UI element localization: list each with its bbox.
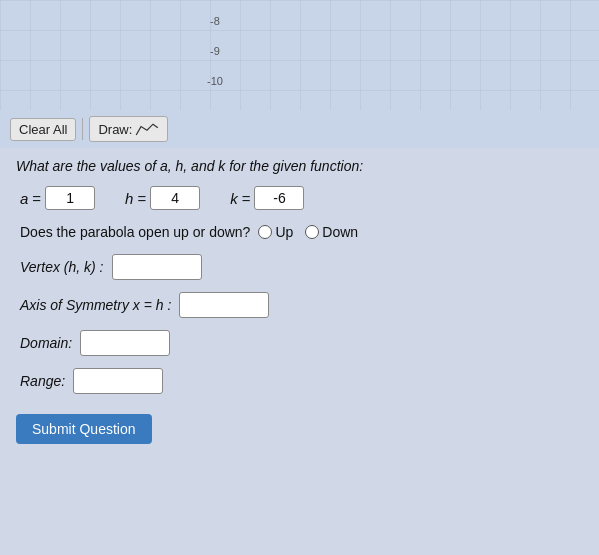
vertex-label: Vertex (h, k) :: [20, 259, 104, 275]
radio-up-option[interactable]: Up: [258, 224, 293, 240]
radio-up-label: Up: [275, 224, 293, 240]
question-text: What are the values of a, h, and k for t…: [16, 158, 583, 174]
a-group: a = 1: [20, 186, 95, 210]
graph-area: -8 -9 -10: [0, 0, 599, 110]
grid-container: -8 -9 -10: [0, 0, 599, 110]
axis-symmetry-input[interactable]: [179, 292, 269, 318]
submit-button[interactable]: Submit Question: [16, 414, 152, 444]
k-equals: =: [242, 190, 251, 207]
domain-row: Domain:: [16, 330, 583, 356]
h-value: 4: [150, 186, 200, 210]
direction-row: Does the parabola open up or down? Up Do…: [16, 224, 583, 240]
a-equals: =: [32, 190, 41, 207]
domain-label: Domain:: [20, 335, 72, 351]
axis-symmetry-label: Axis of Symmetry x = h :: [20, 297, 171, 313]
domain-input[interactable]: [80, 330, 170, 356]
range-row: Range:: [16, 368, 583, 394]
radio-down-circle[interactable]: [305, 225, 319, 239]
svg-rect-0: [0, 0, 599, 110]
draw-label: Draw:: [98, 122, 132, 137]
toolbar: Clear All Draw:: [0, 110, 599, 148]
content-area: What are the values of a, h, and k for t…: [0, 148, 599, 454]
draw-icon: [135, 120, 159, 138]
k-value: -6: [254, 186, 304, 210]
range-label: Range:: [20, 373, 65, 389]
radio-group: Up Down: [258, 224, 358, 240]
grid-svg: -8 -9 -10: [0, 0, 599, 110]
svg-text:-10: -10: [207, 75, 223, 87]
h-group: h = 4: [125, 186, 200, 210]
k-label: k: [230, 190, 238, 207]
h-equals: =: [137, 190, 146, 207]
axis-symmetry-row: Axis of Symmetry x = h :: [16, 292, 583, 318]
direction-question: Does the parabola open up or down?: [20, 224, 250, 240]
h-label: h: [125, 190, 133, 207]
vertex-row: Vertex (h, k) :: [16, 254, 583, 280]
draw-button[interactable]: Draw:: [89, 116, 168, 142]
clear-all-button[interactable]: Clear All: [10, 118, 76, 141]
svg-text:-9: -9: [210, 45, 220, 57]
radio-down-option[interactable]: Down: [305, 224, 358, 240]
a-value: 1: [45, 186, 95, 210]
svg-text:-8: -8: [210, 15, 220, 27]
values-row: a = 1 h = 4 k = -6: [16, 186, 583, 210]
k-group: k = -6: [230, 186, 304, 210]
radio-down-label: Down: [322, 224, 358, 240]
vertex-input[interactable]: [112, 254, 202, 280]
radio-up-circle[interactable]: [258, 225, 272, 239]
range-input[interactable]: [73, 368, 163, 394]
toolbar-separator: [82, 118, 83, 140]
a-label: a: [20, 190, 28, 207]
